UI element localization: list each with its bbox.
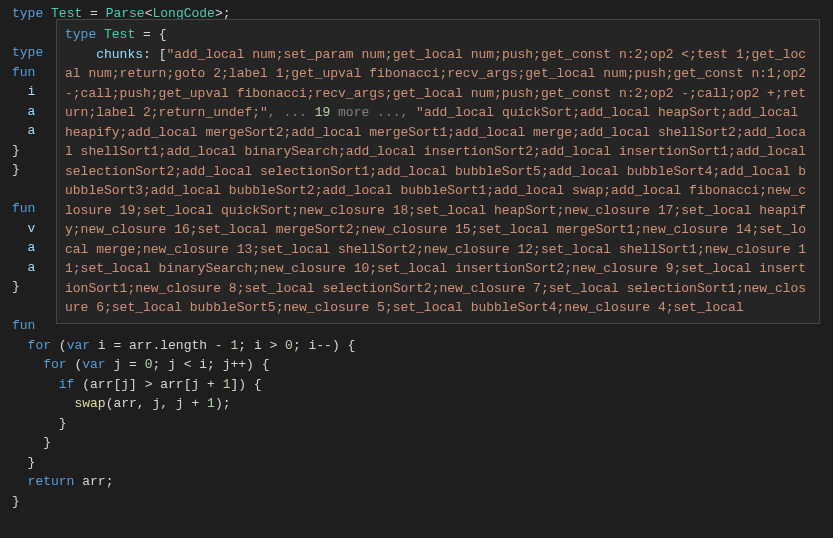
code-line: for (var j = 0; j < i; j++) { xyxy=(12,355,821,375)
code-line: if (arr[j] > arr[j + 1]) { xyxy=(12,375,821,395)
code-line: swap(arr, j, j + 1); xyxy=(12,394,821,414)
hover-string-chunk: "add_local quickSort;add_local heapSort;… xyxy=(65,105,814,315)
code-line: } xyxy=(12,453,821,473)
code-line: return arr; xyxy=(12,472,821,492)
code-line: } xyxy=(12,433,821,453)
code-line: for (var i = arr.length - 1; i > 0; i--)… xyxy=(12,336,821,356)
code-line: } xyxy=(12,492,821,512)
type-hover-tooltip[interactable]: type Test = { chunks: ["add_local num;se… xyxy=(56,19,820,324)
code-line: } xyxy=(12,414,821,434)
